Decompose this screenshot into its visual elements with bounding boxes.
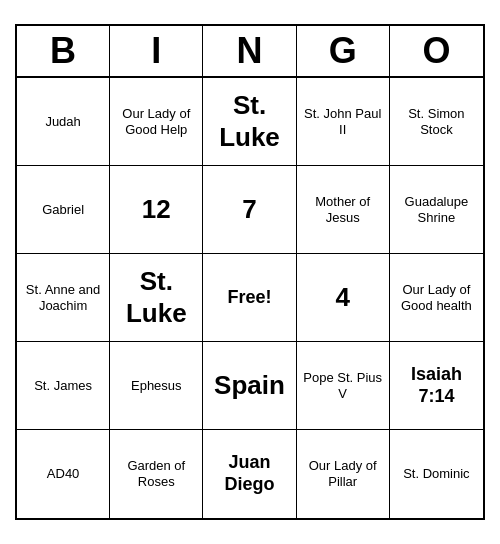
bingo-cell-3: St. John Paul II <box>297 78 390 166</box>
bingo-cell-16: Ephesus <box>110 342 203 430</box>
bingo-cell-9: Guadalupe Shrine <box>390 166 483 254</box>
bingo-cell-1: Our Lady of Good Help <box>110 78 203 166</box>
bingo-cell-22: Juan Diego <box>203 430 296 518</box>
bingo-cell-2: St. Luke <box>203 78 296 166</box>
header-letter: O <box>390 26 483 76</box>
header-letter: B <box>17 26 110 76</box>
bingo-cell-23: Our Lady of Pillar <box>297 430 390 518</box>
bingo-cell-6: 12 <box>110 166 203 254</box>
bingo-cell-12: Free! <box>203 254 296 342</box>
bingo-cell-7: 7 <box>203 166 296 254</box>
bingo-cell-8: Mother of Jesus <box>297 166 390 254</box>
bingo-cell-24: St. Dominic <box>390 430 483 518</box>
header-letter: N <box>203 26 296 76</box>
bingo-cell-11: St. Luke <box>110 254 203 342</box>
bingo-cell-13: 4 <box>297 254 390 342</box>
bingo-cell-14: Our Lady of Good health <box>390 254 483 342</box>
bingo-cell-20: AD40 <box>17 430 110 518</box>
bingo-cell-21: Garden of Roses <box>110 430 203 518</box>
bingo-card: BINGO JudahOur Lady of Good HelpSt. Luke… <box>15 24 485 520</box>
header-letter: I <box>110 26 203 76</box>
bingo-cell-0: Judah <box>17 78 110 166</box>
bingo-grid: JudahOur Lady of Good HelpSt. LukeSt. Jo… <box>17 78 483 518</box>
bingo-cell-10: St. Anne and Joachim <box>17 254 110 342</box>
bingo-cell-15: St. James <box>17 342 110 430</box>
header-letter: G <box>297 26 390 76</box>
bingo-cell-18: Pope St. Pius V <box>297 342 390 430</box>
bingo-header: BINGO <box>17 26 483 78</box>
bingo-cell-4: St. Simon Stock <box>390 78 483 166</box>
bingo-cell-19: Isaiah 7:14 <box>390 342 483 430</box>
bingo-cell-5: Gabriel <box>17 166 110 254</box>
bingo-cell-17: Spain <box>203 342 296 430</box>
